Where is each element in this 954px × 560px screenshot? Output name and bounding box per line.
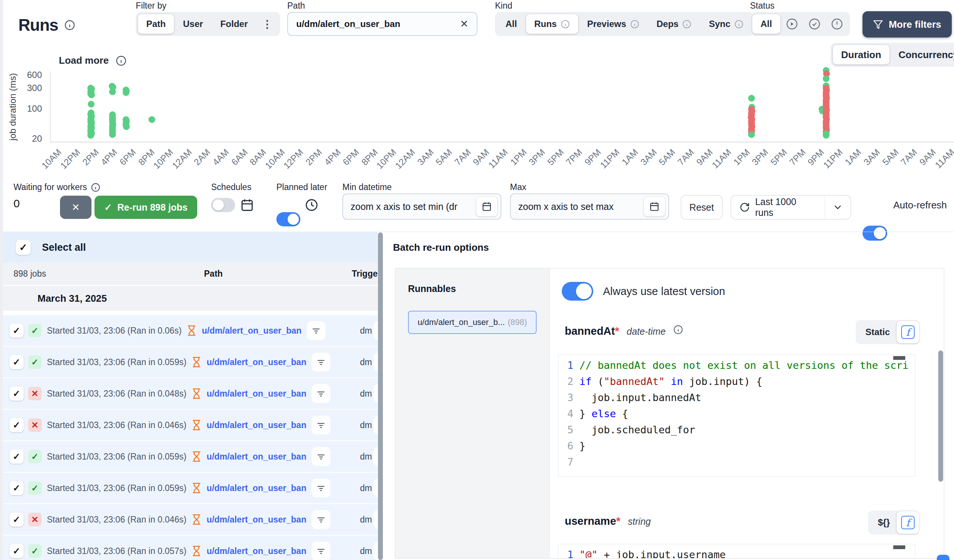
table-row[interactable]: ✓✓Started 31/03, 23:06 (Ran in 0.059s)u/… <box>3 441 378 472</box>
success-status-icon: ✓ <box>28 355 42 369</box>
info-icon[interactable] <box>91 182 100 192</box>
mode-static-option[interactable]: Static <box>865 327 890 338</box>
clipped-row-button[interactable] <box>374 353 378 372</box>
chevron-down-icon <box>832 202 843 213</box>
filter-lines-button[interactable] <box>312 510 330 529</box>
job-dot-success[interactable] <box>123 123 130 130</box>
max-datetime-input[interactable]: zoom x axis to set max <box>510 193 669 220</box>
success-status-icon: ✓ <box>28 544 42 558</box>
run-path-link[interactable]: u/dm/alert_on_user_ban <box>207 389 306 399</box>
clipped-row-button[interactable] <box>374 479 378 498</box>
panel-scrollbar[interactable] <box>938 350 943 482</box>
clipped-row-button[interactable] <box>374 384 378 403</box>
table-row[interactable]: ✓✕Started 31/03, 23:06 (Ran in 0.046s)u/… <box>3 504 378 535</box>
mode-function-option[interactable]: f <box>896 511 919 534</box>
code-line[interactable]: 3 job.input.bannedAt <box>558 389 915 406</box>
min-datetime-placeholder: zoom x axis to set min (dr <box>351 201 476 212</box>
list-scrollbar[interactable] <box>378 232 383 560</box>
run-path-link[interactable]: u/dm/alert_on_user_ban <box>207 420 306 430</box>
clipped-row-button[interactable] <box>374 447 378 466</box>
job-dot-success[interactable] <box>123 89 129 96</box>
code-line[interactable]: 7 <box>558 454 915 470</box>
min-datetime-input[interactable]: zoom x axis to set min (dr <box>342 193 501 220</box>
trigger-value: dm <box>360 483 372 493</box>
username-code-editor[interactable]: 1"@" + job.input.username <box>558 544 915 558</box>
last-1000-runs-button[interactable]: Last 1000 runs <box>731 195 851 220</box>
table-row[interactable]: ✓✓Started 31/03, 23:06 (Ran in 0.06s)u/d… <box>3 315 378 346</box>
run-path-link[interactable]: u/dm/alert_on_user_ban <box>207 546 306 556</box>
job-dot-success[interactable] <box>87 132 94 139</box>
clipped-row-button[interactable] <box>374 541 378 560</box>
filter-lines-button[interactable] <box>307 321 326 340</box>
last-runs-dropdown[interactable] <box>825 202 851 213</box>
row-checkbox[interactable]: ✓ <box>9 355 23 369</box>
job-dot-success[interactable] <box>748 131 755 138</box>
editor-scroll-indicator[interactable] <box>893 356 905 360</box>
run-path-link[interactable]: u/dm/alert_on_user_ban <box>207 515 306 525</box>
function-icon: f <box>901 516 915 529</box>
row-checkbox[interactable]: ✓ <box>9 544 23 558</box>
code-line[interactable]: 4} else { <box>558 406 915 422</box>
filter-lines-button[interactable] <box>312 353 330 372</box>
table-row[interactable]: ✓✓Started 31/03, 23:06 (Ran in 0.057s)u/… <box>3 536 378 560</box>
code-line[interactable]: 2if ("bannedAt" in job.input) { <box>558 373 915 389</box>
always-latest-toggle[interactable] <box>562 282 593 300</box>
filter-lines-button[interactable] <box>312 479 330 498</box>
run-path-link[interactable]: u/dm/alert_on_user_ban <box>207 357 306 367</box>
filter-lines-button[interactable] <box>312 384 330 403</box>
mode-template-option[interactable]: ${} <box>878 517 890 528</box>
run-path-link[interactable]: u/dm/alert_on_user_ban <box>207 452 306 462</box>
line-number: 1 <box>558 546 574 558</box>
filter-lines-icon <box>316 357 326 367</box>
info-icon[interactable] <box>673 325 683 335</box>
filter-lines-button[interactable] <box>312 541 330 560</box>
field-name: username* <box>565 515 620 527</box>
bannedat-code-editor[interactable]: 1// bannedAt does not exist on all versi… <box>558 355 915 477</box>
job-dot-success[interactable] <box>88 92 95 98</box>
run-start-text: Started 31/03, 23:06 (Ran in 0.059s) <box>47 357 186 367</box>
job-dot-success[interactable] <box>823 132 829 139</box>
mode-function-option[interactable]: f <box>896 321 919 343</box>
table-row[interactable]: ✓✕Started 31/03, 23:06 (Ran in 0.046s)u/… <box>3 410 378 440</box>
row-checkbox[interactable]: ✓ <box>9 324 23 338</box>
row-checkbox[interactable]: ✓ <box>9 450 23 464</box>
min-datetime-calendar-button[interactable] <box>476 196 497 217</box>
table-row[interactable]: ✓✓Started 31/03, 23:06 (Ran in 0.059s)u/… <box>3 473 378 503</box>
job-dot-success[interactable] <box>88 101 95 107</box>
code-line[interactable]: 6} <box>558 438 915 454</box>
rerun-jobs-button[interactable]: ✓ Re-run 898 jobs <box>95 196 197 219</box>
run-path-link[interactable]: u/dm/alert_on_user_ban <box>207 483 306 493</box>
help-widget[interactable] <box>937 555 949 560</box>
editor-scroll-indicator[interactable] <box>893 545 905 549</box>
filter-lines-button[interactable] <box>312 447 330 466</box>
clipped-row-button[interactable] <box>374 416 378 434</box>
row-checkbox[interactable]: ✓ <box>9 512 23 527</box>
cancel-selection-button[interactable]: ✕ <box>60 196 92 219</box>
planned-later-toggle[interactable] <box>276 212 300 226</box>
filter-lines-button[interactable] <box>312 416 330 434</box>
table-row[interactable]: ✓✕Started 31/03, 23:06 (Ran in 0.048s)u/… <box>3 378 378 409</box>
code-text: job.scheduled_for <box>579 422 695 438</box>
code-line[interactable]: 1// bannedAt does not exist on all versi… <box>558 357 915 373</box>
reset-button[interactable]: Reset <box>681 195 723 220</box>
job-dot-success[interactable] <box>109 131 116 138</box>
clipped-row-button[interactable] <box>374 321 378 340</box>
job-dot-success[interactable] <box>109 89 116 95</box>
table-row[interactable]: ✓✓Started 31/03, 23:06 (Ran in 0.059s)u/… <box>3 347 378 378</box>
clipped-row-button[interactable] <box>374 510 378 529</box>
max-datetime-calendar-button[interactable] <box>644 196 665 217</box>
waiting-for-workers-label: Waiting for workers <box>14 182 100 192</box>
select-all-checkbox[interactable]: ✓ <box>16 240 31 255</box>
job-dot-success[interactable] <box>748 95 755 101</box>
job-dot-success[interactable] <box>823 75 829 82</box>
success-status-icon: ✓ <box>28 450 42 463</box>
row-checkbox[interactable]: ✓ <box>9 481 23 495</box>
run-path-link[interactable]: u/dm/alert_on_user_ban <box>202 326 301 336</box>
row-checkbox[interactable]: ✓ <box>9 418 23 432</box>
job-dot-success[interactable] <box>148 116 155 123</box>
runnable-chip[interactable]: u/dm/alert_on_user_b... (898) <box>408 311 537 334</box>
row-checkbox[interactable]: ✓ <box>9 386 23 401</box>
code-line[interactable]: 5 job.scheduled_for <box>558 422 915 438</box>
schedules-toggle[interactable] <box>211 198 235 212</box>
code-line[interactable]: 1"@" + job.input.username <box>558 546 915 558</box>
